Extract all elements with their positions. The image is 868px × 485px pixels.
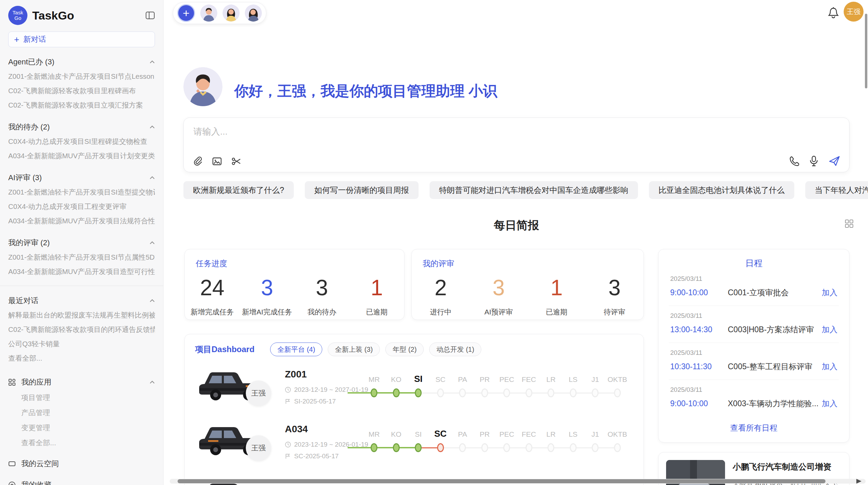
sidebar-task-item[interactable]: Z001-全新燃油轻卡产品开发项目SI造型提交物评审 xyxy=(8,185,155,199)
milestone-node xyxy=(481,388,488,397)
microphone-icon[interactable] xyxy=(809,156,819,166)
project-flag-date: SC-2025-05-17 xyxy=(285,452,368,460)
section-title: AI评审 (3) xyxy=(8,173,42,183)
recent-view-all[interactable]: 查看全部... xyxy=(8,351,155,365)
milestone-label: PEC xyxy=(496,430,518,438)
sidebar-app-item[interactable]: 查看全部... xyxy=(8,435,155,450)
milestone-label: J1 xyxy=(584,375,606,384)
chevron-up-icon xyxy=(149,176,155,179)
sidebar-task-item[interactable]: Z001-全新燃油轻卡产品开发项目SI节点属性5D文件评审 xyxy=(8,250,155,264)
dashboard-filter-chip[interactable]: 年型 (2) xyxy=(385,343,424,356)
sidebar-item-cloud[interactable]: 我的云空间 xyxy=(8,456,155,472)
add-contact-button[interactable]: + xyxy=(177,4,195,22)
sidebar-app-item[interactable]: 产品管理 xyxy=(8,405,155,420)
sidebar-collapse-icon[interactable] xyxy=(145,11,155,20)
new-chat-button[interactable]: + 新对话 xyxy=(8,32,155,47)
suggestion-chip[interactable]: 欧洲新规最近颁布了什么? xyxy=(183,181,294,199)
recent-chat-item[interactable]: C02-飞腾新能源轻客改款项目的闭环通告反馈情况 xyxy=(8,322,155,337)
sidebar-task-item[interactable]: C0X4-动力总成开发项目工程变更评审 xyxy=(8,199,155,214)
project-dashboard-card: 项目Dashboard 全新平台 (4) 全新上装 (3) 年型 (2) 动总开… xyxy=(184,334,644,485)
project-row[interactable]: 王强 Z001 2023-12-19 ~ 2027-01-19 SI-2025-… xyxy=(185,360,644,415)
notification-bell-icon[interactable] xyxy=(828,7,839,19)
horizontal-scrollbar-thumb[interactable] xyxy=(178,479,825,483)
stat-value: 3 xyxy=(586,275,643,300)
milestone-label: PR xyxy=(474,430,496,438)
dashboard-filter-chip[interactable]: 动总开发 (1) xyxy=(429,343,481,356)
chevron-up-icon xyxy=(149,299,155,302)
cloud-drive-icon xyxy=(8,460,16,468)
milestone-node xyxy=(481,443,488,452)
milestone-label: LS xyxy=(562,430,584,438)
section-header-my-review[interactable]: 我的评审 (2) xyxy=(8,238,155,248)
schedule-entry: 2025/03/11 10:30-11:30 C005-整车工程目标评审 加入 xyxy=(669,343,839,380)
milestone-label: J1 xyxy=(584,430,606,438)
paperclip-icon[interactable] xyxy=(193,156,203,166)
sidebar-task-item[interactable]: Z001-全新燃油皮卡产品开发项目SI节点Lesson Learn报告 xyxy=(8,69,155,84)
milestone-label: MR xyxy=(363,430,385,438)
task-progress-card: 任务进度 24 新增完成任务 3 新增AI完成任务 3 我的待办 xyxy=(184,249,405,320)
recent-chat-item[interactable]: 公司Q3轻卡销量 xyxy=(8,337,155,351)
sidebar: Task Go TaskGo + 新对话 Agent已办 (3) Z001-全新… xyxy=(0,0,164,485)
schedule-date: 2025/03/11 xyxy=(670,312,837,320)
milestone-label: KO xyxy=(385,375,408,384)
view-all-schedule-link[interactable]: 查看所有日程 xyxy=(659,423,849,433)
dashboard-filter-chip[interactable]: 全新上装 (3) xyxy=(328,343,380,356)
milestone-timeline: MRKOSISCPAPRPECFECLRLSJ1OKTB xyxy=(363,428,637,455)
section-header-agent-done[interactable]: Agent已办 (3) xyxy=(8,57,155,67)
join-link[interactable]: 加入 xyxy=(822,324,837,335)
dashboard-filter-chip[interactable]: 全新平台 (4) xyxy=(270,343,322,356)
sidebar-item-favorites[interactable]: 我的收藏 xyxy=(8,477,155,485)
layout-grid-icon[interactable] xyxy=(844,219,854,229)
sidebar-task-item[interactable]: A034-全新新能源MUV产品开发项目造型可行性评审 xyxy=(8,264,155,279)
stat-item: 3 AI预评审 xyxy=(470,275,528,317)
news-title: 小鹏飞行汽车制造公司增资 xyxy=(733,461,842,472)
suggestion-chip[interactable]: 比亚迪全固态电池计划具体说了什么 xyxy=(649,181,794,199)
sidebar-app-item[interactable]: 项目管理 xyxy=(8,390,155,405)
phone-icon[interactable] xyxy=(788,156,799,166)
join-link[interactable]: 加入 xyxy=(822,361,837,372)
suggestion-chip[interactable]: 特朗普可能对进口汽车增税会对中国车企造成哪些影响 xyxy=(430,181,638,199)
milestone-label: OKTB xyxy=(606,430,629,438)
project-row[interactable]: 王强 A034 2023-12-19 ~ 2026-01-19 SC-2025-… xyxy=(185,415,644,470)
stat-value: 2 xyxy=(412,275,470,300)
scissors-icon[interactable] xyxy=(231,156,241,166)
milestone-label: PA xyxy=(451,375,474,384)
sidebar-task-item[interactable]: C0X4-动力总成开发项目SI里程碑提交物检查 xyxy=(8,134,155,149)
logo-line-2: Go xyxy=(14,15,21,21)
image-icon[interactable] xyxy=(212,156,222,166)
grid-icon xyxy=(8,378,16,386)
sidebar-task-item[interactable]: A034-全新新能源MUV产品开发项目法规符合性评审 xyxy=(8,214,155,228)
sidebar-task-item[interactable]: A034-全新新能源MUV产品开发项目计划变更类编写 xyxy=(8,149,155,163)
milestone-node xyxy=(415,443,422,452)
plus-icon: + xyxy=(14,35,19,44)
suggestion-chip[interactable]: 如何写一份清晰的项目周报 xyxy=(305,181,419,199)
section-header-ai-review[interactable]: AI评审 (3) xyxy=(8,173,155,183)
contact-avatar-2[interactable] xyxy=(222,4,240,22)
chat-input[interactable] xyxy=(193,126,743,137)
user-avatar[interactable]: 王强 xyxy=(844,2,864,22)
section-header-recent[interactable]: 最近对话 xyxy=(8,296,155,306)
join-link[interactable]: 加入 xyxy=(822,287,837,298)
sidebar-task-item[interactable]: C02-飞腾新能源轻客改款项目立项汇报方案 xyxy=(8,98,155,112)
schedule-date: 2025/03/11 xyxy=(670,275,837,283)
vertical-scrollbar-thumb[interactable] xyxy=(865,14,867,88)
send-icon[interactable] xyxy=(829,156,840,166)
stat-label: 新增AI完成任务 xyxy=(240,307,294,317)
suggestion-chip[interactable]: 当下年轻人对汽车外观有怎样的喜好趋势 xyxy=(805,181,868,199)
contact-avatar-3[interactable] xyxy=(245,4,262,22)
sidebar-item-my-apps[interactable]: 我的应用 xyxy=(8,374,155,390)
recent-chat-item[interactable]: 解释最新出台的欧盟报废车法规再生塑料比例被调至15%... xyxy=(8,308,155,322)
chevron-up-icon xyxy=(149,125,155,129)
daily-briefing-title: 每日简报 xyxy=(183,218,849,233)
quick-access-bar: + xyxy=(173,2,266,24)
join-link[interactable]: 加入 xyxy=(822,398,837,409)
section-header-my-todo[interactable]: 我的待办 (2) xyxy=(8,122,155,132)
milestone-label: MR xyxy=(363,375,385,384)
milestone-node xyxy=(614,388,621,397)
sidebar-app-item[interactable]: 变更管理 xyxy=(8,420,155,435)
milestone-node xyxy=(526,388,532,397)
sidebar-task-item[interactable]: C02-飞腾新能源轻客改款项目里程碑画布 xyxy=(8,84,155,98)
milestone-node xyxy=(526,443,532,452)
contact-avatar-1[interactable] xyxy=(200,4,217,22)
scroll-right-arrow[interactable] xyxy=(856,479,861,484)
